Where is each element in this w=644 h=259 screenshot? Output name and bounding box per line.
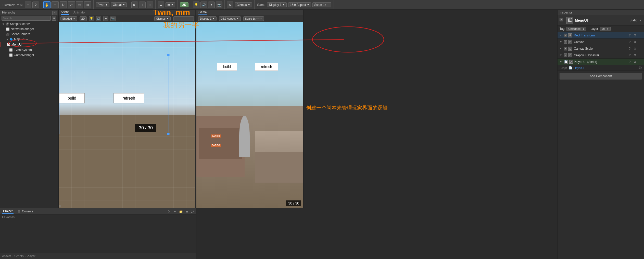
add-btn[interactable]: + — [25, 2, 31, 8]
services-dropdown[interactable]: ▦▼ — [166, 2, 175, 7]
component-canvas[interactable]: ▼ ✓ ◻ Canvas ? ⚙ ⋮ — [558, 39, 644, 45]
step-btn[interactable]: ⏭ — [147, 2, 153, 8]
scene-cam-btn[interactable]: 📷 — [110, 16, 116, 21]
player-ui-script-info-btn[interactable]: ? — [628, 60, 632, 64]
hierarchy-item-eventsystem[interactable]: ⬜ EventSystem — [0, 47, 58, 52]
2d-button[interactable]: 2D — [180, 2, 188, 7]
console-tab[interactable]: ▤ Console — [17, 209, 34, 214]
game-aspect-dropdown[interactable]: 16:9 Aspect▼ — [219, 16, 241, 21]
canvas-settings-btn[interactable]: ⚙ — [633, 40, 637, 44]
display-dropdown[interactable]: Display 1▼ — [267, 2, 286, 7]
scene-tab[interactable]: Scene — [61, 10, 69, 15]
scene-shading-dropdown[interactable]: Shaded▼ — [60, 16, 77, 21]
hierarchy-menu-btn[interactable]: ≡ — [52, 16, 56, 21]
rect-transform-info-btn[interactable]: ? — [628, 33, 632, 37]
scene-search-input[interactable] — [173, 16, 194, 21]
animator-tab[interactable]: Animator — [73, 11, 86, 14]
rect-tool[interactable]: ▭ — [76, 1, 83, 8]
game-tab[interactable]: Game — [198, 10, 207, 15]
layer-dropdown[interactable]: UI ▼ — [600, 27, 611, 31]
project-tab[interactable]: Project — [2, 209, 14, 214]
game-view-toolbar: Game Display 1▼ 16:9 Aspect▼ Scale 1x → — [255, 0, 334, 9]
player-ui-script-actions: ? ⚙ ⋮ — [628, 60, 642, 64]
script-value[interactable]: PlayerUI — [573, 66, 584, 70]
rect-transform-checkbox[interactable]: ✓ — [564, 34, 567, 37]
game-refresh-button[interactable]: refresh — [255, 63, 278, 71]
transform-tool[interactable]: ⊕ — [84, 1, 91, 8]
path-scripts[interactable]: Scripts — [14, 254, 24, 258]
game-build-button[interactable]: build — [217, 63, 237, 71]
player-ui-script-more-btn[interactable]: ⋮ — [638, 60, 642, 64]
hierarchy-item-menuui[interactable]: ⬜ MenuUI — [1, 42, 58, 47]
play-btn[interactable]: ▶ — [131, 2, 138, 8]
scene-light-btn[interactable]: 💡 — [89, 16, 94, 21]
canvas-scaler-settings-btn[interactable]: ⚙ — [633, 47, 637, 51]
bottom-search-icon[interactable]: ⚲ — [167, 209, 171, 214]
move-tool[interactable]: ✛ — [52, 1, 59, 8]
hierarchy-item-scenecamera[interactable]: 🎥 SceneCamera — [0, 32, 58, 37]
game-scale-dropdown[interactable]: Scale 1x ──→ — [243, 16, 264, 21]
path-assets[interactable]: Assets — [2, 254, 11, 258]
hierarchy-item-gamemanager[interactable]: ⬜ GameManager — [0, 52, 58, 58]
pivot-dropdown[interactable]: Pivot▼ — [96, 2, 110, 7]
script-settings-icon[interactable]: ⚙ — [638, 65, 642, 70]
component-canvas-scaler[interactable]: ▼ ✓ ◻ Canvas Scaler ? ⚙ ⋮ — [558, 45, 644, 52]
add-component-button[interactable]: Add Component — [560, 73, 642, 79]
scene-build-button[interactable]: build — [59, 93, 85, 103]
static-arrow[interactable]: ▼ — [639, 19, 642, 22]
hierarchy-item-samplescene[interactable]: ▼ 🎬 SampleScene* — [0, 21, 58, 26]
scene-gizmos-dropdown[interactable]: Gizmos▼ — [154, 16, 171, 21]
scale-dropdown[interactable]: Scale 1x → — [312, 2, 331, 7]
scene-view-dropdown[interactable]: 2D — [80, 16, 87, 21]
hierarchy-item-networkmanager[interactable]: ⬜ NetworkManager — [0, 26, 58, 32]
camera-btn[interactable]: 📷 — [216, 2, 222, 8]
graphic-raycaster-info-btn[interactable]: ? — [628, 53, 632, 57]
bottom-folder-icon[interactable]: 📁 — [179, 209, 183, 214]
canvas-scaler-checkbox[interactable]: ✓ — [564, 47, 567, 50]
object-icon: 🖼 — [566, 17, 573, 24]
transform-handle-top-right[interactable] — [167, 54, 170, 56]
scale-tool[interactable]: ⤢ — [68, 1, 75, 8]
hierarchy-search-input[interactable] — [2, 16, 51, 21]
gizmo-btn[interactable]: ⚙ — [227, 2, 233, 8]
scene-fx-btn[interactable]: ✦ — [103, 16, 108, 21]
rotation-handle[interactable] — [115, 96, 118, 99]
graphic-raycaster-icon: ◻ — [568, 53, 572, 57]
player-ui-script-checkbox[interactable]: ✓ — [569, 60, 573, 64]
rect-transform-more-btn[interactable]: ⋮ — [638, 33, 642, 37]
player-ui-script-settings-btn[interactable]: ⚙ — [633, 60, 637, 64]
scene-audio-btn[interactable]: 🔊 — [96, 16, 101, 21]
tag-dropdown[interactable]: Untagged ▼ — [566, 27, 586, 31]
pause-btn[interactable]: ⏸ — [139, 2, 146, 8]
inspector-checkbox[interactable]: ✓ — [560, 18, 565, 23]
search-btn[interactable]: ⚲ — [32, 2, 39, 8]
light-btn[interactable]: 💡 — [193, 2, 199, 8]
graphic-raycaster-checkbox[interactable]: ✓ — [564, 53, 567, 57]
fx-btn[interactable]: ✦ — [208, 2, 215, 8]
transform-handle-bottom-right[interactable] — [167, 133, 170, 135]
bottom-add-icon[interactable]: + — [173, 209, 177, 214]
canvas-info-btn[interactable]: ? — [628, 40, 632, 44]
bottom-star-icon[interactable]: ★ — [185, 209, 190, 214]
gizmos-dropdown[interactable]: Gizmos▼ — [235, 2, 252, 7]
canvas-more-btn[interactable]: ⋮ — [638, 40, 642, 44]
canvas-scaler-info-btn[interactable]: ? — [628, 47, 632, 51]
audio-btn[interactable]: 🔊 — [200, 2, 207, 8]
game-display-dropdown[interactable]: Display 1▼ — [198, 16, 217, 21]
collab-btn[interactable]: ☁ — [158, 2, 164, 8]
component-rect-transform[interactable]: ▼ ✓ ⊞ Rect Transform ? ⚙ ⋮ — [558, 32, 644, 39]
aspect-dropdown[interactable]: 16:9 Aspect▼ — [288, 2, 311, 7]
canvas-scaler-more-btn[interactable]: ⋮ — [638, 47, 642, 51]
rect-transform-settings-btn[interactable]: ⚙ — [633, 33, 637, 37]
component-graphic-raycaster[interactable]: ▼ ✓ ◻ Graphic Raycaster ? ⚙ ⋮ — [558, 52, 644, 59]
graphic-raycaster-more-btn[interactable]: ⋮ — [638, 53, 642, 57]
hierarchy-item-mapv1[interactable]: ► 🔷 Map_v1 ► — [0, 37, 58, 42]
graphic-raycaster-settings-btn[interactable]: ⚙ — [633, 53, 637, 57]
rotate-tool[interactable]: ↻ — [60, 1, 67, 8]
hand-tool[interactable]: ✋ — [43, 1, 50, 8]
canvas-checkbox[interactable]: ✓ — [564, 40, 567, 44]
global-dropdown[interactable]: Global▼ — [111, 2, 127, 7]
hierarchy-options-btn[interactable]: ⋮ — [52, 11, 57, 15]
path-player[interactable]: Player — [27, 254, 35, 258]
component-player-ui-script[interactable]: ▼ 📄 ✓ Player UI (Script) ? ⚙ ⋮ — [558, 59, 644, 65]
